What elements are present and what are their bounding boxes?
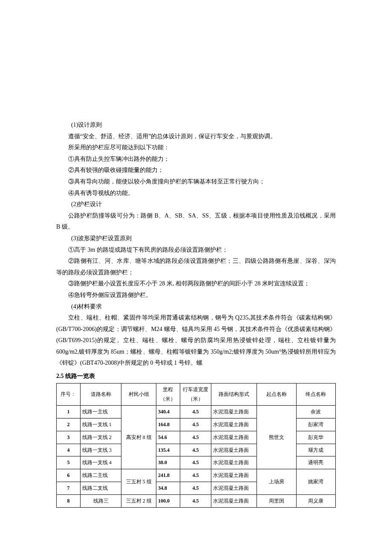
para-15-material: (4)材料要求: [56, 301, 336, 313]
para-2: 遵循“安全、舒适、经济、适用”的总体设计原则，保证行车安全，与景观协调。: [56, 131, 336, 142]
para-7: ④具有诱导视线的功能。: [56, 188, 336, 199]
cell-mile: 54.6: [156, 431, 180, 444]
cell-surface: 水泥混凝土路面: [211, 456, 257, 469]
cell-end: 彭家湾: [296, 418, 335, 431]
cell-mile: 340.4: [156, 406, 180, 418]
cell-mile: 38.0: [156, 456, 180, 469]
cell-end: 通明亮: [296, 456, 335, 469]
cell-width: 4.5: [180, 456, 211, 469]
th-road-name: 道路名称: [80, 383, 121, 406]
cell-width: 4.5: [180, 494, 211, 507]
cell-name: 线路一主线: [80, 406, 121, 418]
cell-surface: 水泥混凝土路面: [211, 444, 257, 456]
cell-width: 4.5: [180, 444, 211, 456]
th-seq: 序号：: [57, 383, 81, 406]
table-header-row: 序号： 道路名称 村民小组 里程（米） 行车道宽度（米） 路面结构形式 起点名称…: [57, 383, 336, 406]
cell-seq: 1: [57, 406, 81, 418]
cell-width: 4.5: [180, 431, 211, 444]
cell-seq: 8: [57, 494, 81, 507]
cell-end: 堰方成: [296, 444, 335, 456]
para-11: ①高于 3m 的路堤或路堤下有民房的路段必须设置路侧护栏；: [56, 244, 336, 256]
th-end: 终点名称: [296, 383, 335, 406]
th-lane-width: 行车道宽度（米）: [180, 383, 211, 406]
th-surface: 路面结构形式: [211, 383, 257, 406]
cell-mile: 100.0: [156, 494, 180, 507]
cell-seq: 6: [57, 469, 81, 482]
cell-seq: 4: [57, 444, 81, 456]
cell-surface: 水泥混凝土路面: [211, 418, 257, 431]
cell-group: 高安村 8 组: [121, 406, 156, 469]
cell-start: 上场房: [257, 469, 296, 495]
cell-surface: 水泥混凝土路面: [211, 469, 257, 482]
cell-surface: 水泥混凝土路面: [211, 482, 257, 495]
cell-name: 线路二主线: [80, 469, 121, 482]
cell-surface: 水泥混凝土路面: [211, 431, 257, 444]
para-14: ④急转弯外侧应设置路侧护栏。: [56, 290, 336, 301]
cell-surface: 水泥混凝土路面: [211, 406, 257, 418]
cell-mile: 135.4: [156, 444, 180, 456]
para-5: ②具有较强的吸收碰撞能量的能力；: [56, 165, 336, 176]
para-10-wave-beam: (3)波形梁护栏设置原则: [56, 233, 336, 244]
cell-end: 周义康: [296, 494, 335, 507]
cell-width: 4.5: [180, 482, 211, 495]
th-group: 村民小组: [121, 383, 156, 406]
cell-end: 彭克华: [296, 431, 335, 444]
th-start: 起点名称: [257, 383, 296, 406]
table-row: 8 线路三 三五村 2 组 100.0 4.5 水泥混凝土路面 周里国 周义康: [57, 494, 336, 507]
cell-mile: 164.8: [156, 418, 180, 431]
cell-name: 线路三: [80, 494, 121, 507]
th-mileage: 里程（米）: [156, 383, 180, 406]
table-row: 6 线路二主线 三五村 5 组 241.8 4.5 水泥混凝土路面 上场房 姚家…: [57, 469, 336, 482]
table-row: 1 线路一主线 高安村 8 组 340.4 4.5 水泥混凝土路面 熊世文 余波: [57, 406, 336, 418]
cell-start: 周里国: [257, 494, 296, 507]
cell-seq: 5: [57, 456, 81, 469]
para-6: ③具有导向功能，能使以较小角度撞向护栏的车辆基本转至正常行驶方向；: [56, 176, 336, 188]
cell-name: 线路一支线 3: [80, 444, 121, 456]
para-9: 公路护栏防撞等级可分为：路侧 B、A、SB、SA、SS、五级，根据本项目使用性质…: [56, 210, 336, 233]
para-3: 所采用的护栏应尽可能达到以下功能：: [56, 142, 336, 154]
cell-seq: 2: [57, 418, 81, 431]
cell-end: 余波: [296, 406, 335, 418]
cell-width: 4.5: [180, 406, 211, 418]
para-1-design-principle: (1)设计原则: [56, 119, 336, 131]
cell-name: 线路一支线 2: [80, 431, 121, 444]
para-12: ②路侧有江、河、水库、塘等水域的路段必须设置路侧护栏；三、四级公路路侧有悬崖、深…: [56, 256, 336, 278]
cell-name: 线路一支线 1: [80, 418, 121, 431]
para-4: ①具有防止失控车辆冲出路外的能力；: [56, 154, 336, 165]
cell-mile: 34.8: [156, 482, 180, 495]
cell-width: 4.5: [180, 418, 211, 431]
cell-name: 线路一支线 4: [80, 456, 121, 469]
cell-seq: 7: [57, 482, 81, 495]
cell-end: 姚家湾: [296, 469, 335, 495]
para-8-guardrail-design: (2)护栏设计: [56, 199, 336, 210]
route-table: 序号： 道路名称 村民小组 里程（米） 行车道宽度（米） 路面结构形式 起点名称…: [56, 383, 336, 508]
cell-group: 三五村 2 组: [121, 494, 156, 507]
cell-surface: 水泥混凝土路面: [211, 494, 257, 507]
cell-width: 4.5: [180, 469, 211, 482]
cell-start: 熊世文: [257, 406, 296, 469]
cell-seq: 3: [57, 431, 81, 444]
cell-name: 线路二支线: [80, 482, 121, 495]
cell-mile: 241.8: [156, 469, 180, 482]
cell-group: 三五村 5 组: [121, 469, 156, 495]
para-13: ③路侧护栏最小设置长度应不小于 28 米, 相邻两段路侧护栏的间距小于 28 米…: [56, 278, 336, 290]
para-16: 立柱、端柱、柱帽、紧固件等均采用普通碳素结构钢，钢号为 Q235,其技术条件符合…: [56, 312, 336, 369]
section-title-route-table: 2.5 线路一览表: [56, 371, 336, 382]
